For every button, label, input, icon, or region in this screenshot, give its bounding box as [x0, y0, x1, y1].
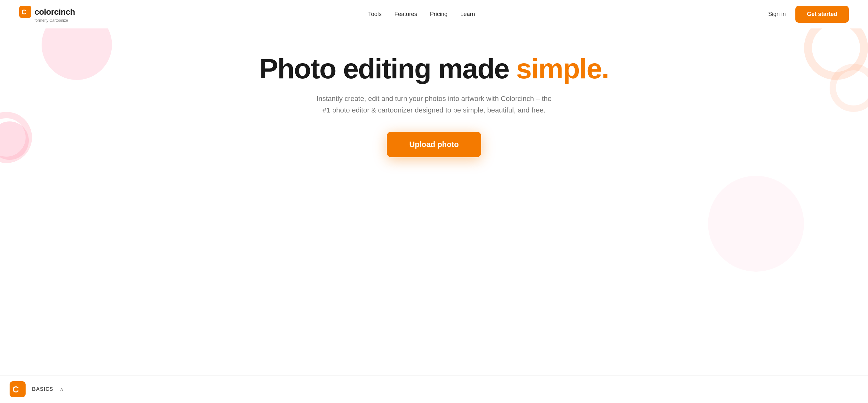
hero-section: Photo editing made simple. Instantly cre…	[0, 28, 868, 176]
logo-area[interactable]: C colorcinch formerly Cartoonize	[19, 6, 75, 23]
nav-link-pricing[interactable]: Pricing	[430, 11, 447, 17]
brand-icon: C	[19, 6, 31, 18]
navbar: C colorcinch formerly Cartoonize Tools F…	[0, 0, 868, 28]
bottom-hint-bar: C BASICS ∧	[0, 375, 868, 403]
svg-text:C: C	[22, 8, 27, 16]
hero-title: Photo editing made simple.	[6, 54, 862, 83]
nav-item-learn[interactable]: Learn	[460, 11, 475, 18]
nav-link-tools[interactable]: Tools	[368, 11, 382, 17]
upload-photo-button[interactable]: Upload photo	[387, 132, 481, 157]
blob-bottom-right	[708, 176, 804, 272]
nav-item-tools[interactable]: Tools	[368, 11, 382, 18]
nav-links: Tools Features Pricing Learn	[368, 11, 475, 18]
nav-item-pricing[interactable]: Pricing	[430, 11, 447, 18]
nav-item-features[interactable]: Features	[395, 11, 417, 18]
hero-title-highlight: simple.	[516, 53, 609, 85]
nav-link-learn[interactable]: Learn	[460, 11, 475, 17]
brand-name: colorcinch	[35, 7, 75, 17]
brand-subtitle: formerly Cartoonize	[35, 18, 68, 23]
hero-title-part1: Photo editing made	[259, 53, 516, 85]
get-started-button[interactable]: Get started	[795, 6, 849, 23]
bottom-brand-icon: C	[9, 381, 26, 397]
sign-in-link[interactable]: Sign in	[768, 11, 786, 18]
hero-subtitle: Instantly create, edit and turn your pho…	[313, 93, 556, 115]
chevron-up-icon[interactable]: ∧	[60, 386, 64, 393]
bottom-label: BASICS	[32, 387, 53, 392]
nav-link-features[interactable]: Features	[395, 11, 417, 17]
logo-wrapper: C colorcinch	[19, 6, 75, 18]
svg-text:C: C	[12, 384, 19, 394]
nav-right: Sign in Get started	[768, 6, 849, 23]
